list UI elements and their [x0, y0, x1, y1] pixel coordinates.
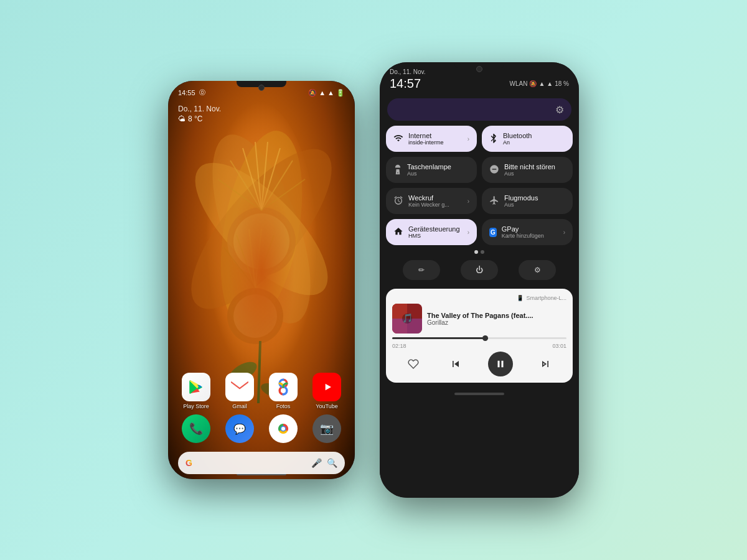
app-chrome[interactable]: [269, 414, 298, 443]
settings-button[interactable]: ⚙: [519, 260, 556, 280]
airplane-icon: [489, 195, 499, 207]
weather-icon: 🌤: [178, 114, 186, 123]
next-button[interactable]: [535, 354, 555, 374]
media-progress-bar[interactable]: [392, 337, 566, 339]
edit-button[interactable]: ✏: [403, 260, 440, 280]
bottom-action-buttons: ✏ ⏻ ⚙: [380, 256, 579, 284]
geratesteuerung-label: Gerätesteuerung: [408, 225, 463, 233]
taschenlampe-sub: Aus: [407, 170, 469, 177]
time-total: 03:01: [552, 343, 566, 349]
tile-taschenlampe[interactable]: Taschenlampe Aus: [386, 157, 477, 183]
shade-mute-icon: 🔕: [529, 80, 537, 87]
lens-icon[interactable]: 🔍: [327, 458, 337, 468]
flashlight-icon: [393, 164, 402, 177]
media-text-info: The Valley of The Pagans (feat.... Goril…: [427, 312, 566, 326]
tile-dnd[interactable]: Bitte nicht stören Aus: [482, 157, 573, 183]
alarm-icon: [393, 195, 403, 207]
playstore-label: Play Store: [183, 403, 209, 409]
wifi-icon: ▲: [319, 89, 326, 96]
oneplus-icon: ⓪: [199, 88, 205, 97]
pause-button[interactable]: [488, 352, 513, 376]
app-camera[interactable]: 📷: [312, 414, 341, 443]
shade-time: 14:57: [390, 77, 421, 91]
app-dock: Play Store Gmail: [168, 373, 355, 448]
bluetooth-label: Bluetooth: [503, 132, 565, 139]
flugmodus-tile-text: Flugmodus Aus: [504, 194, 565, 208]
power-off-button[interactable]: ⏻: [461, 260, 498, 280]
date-weather-widget: Do., 11. Nov. 🌤 8 °C: [168, 100, 355, 128]
svg-line-20: [224, 248, 255, 288]
google-search-bar[interactable]: G 🎤 🔍: [178, 452, 345, 474]
internet-sub: inside-interme: [408, 139, 463, 146]
tile-internet[interactable]: Internet inside-interme ›: [386, 126, 477, 152]
svg-point-4: [227, 207, 296, 276]
svg-point-15: [233, 294, 277, 338]
heart-button[interactable]: [403, 354, 423, 374]
gmail-icon: [225, 373, 254, 401]
youtube-label: YouTube: [316, 403, 337, 409]
geratesteuerung-arrow: ›: [467, 229, 469, 236]
google-logo: G: [186, 458, 192, 468]
page-dots: [380, 245, 579, 256]
shade-status-icons: WLAN 🔕 ▲ ▲ 18 %: [509, 80, 569, 87]
home-control-icon: [393, 226, 403, 238]
media-time-display: 02:18 03:01: [392, 343, 566, 349]
internet-tile-text: Internet inside-interme: [408, 132, 463, 146]
dnd-label: Bitte nicht stören: [504, 163, 565, 170]
svg-line-11: [261, 161, 293, 210]
weckruf-label: Weckruf: [408, 194, 463, 202]
tile-bluetooth[interactable]: Bluetooth An: [482, 126, 573, 152]
messages-icon: 💬: [225, 414, 254, 443]
gear-icon: ⚙: [534, 266, 541, 274]
prev-button[interactable]: [446, 354, 466, 374]
app-messages[interactable]: 💬: [225, 414, 254, 443]
shade-wifi-icon: ▲: [538, 80, 545, 87]
chrome-icon: [269, 414, 298, 443]
date-display: Do., 11. Nov.: [178, 105, 345, 113]
camera-icon: 📷: [312, 414, 341, 443]
internet-arrow: ›: [467, 136, 469, 142]
tile-weckruf[interactable]: Weckruf Kein Wecker g... ›: [386, 188, 477, 214]
weather-display: 🌤 8 °C: [178, 114, 345, 123]
settings-icon[interactable]: ⚙: [555, 104, 564, 116]
svg-text:🎵: 🎵: [402, 313, 413, 324]
svg-line-8: [243, 148, 261, 210]
pencil-icon: ✏: [418, 266, 425, 274]
album-art: 🎵: [392, 304, 422, 334]
tile-flugmodus[interactable]: Flugmodus Aus: [482, 188, 573, 214]
geratesteuerung-sub: HMS: [408, 233, 463, 239]
svg-line-7: [261, 142, 268, 210]
app-gmail[interactable]: Gmail: [225, 373, 254, 409]
shade-nav-pill: [454, 393, 504, 395]
app-phone[interactable]: 📞: [182, 414, 210, 443]
media-controls: [392, 352, 566, 376]
device-name: Smartphone-L...: [526, 295, 566, 301]
svg-line-9: [261, 148, 280, 210]
app-youtube[interactable]: YouTube: [312, 373, 341, 409]
weckruf-tile-text: Weckruf Kein Wecker g...: [408, 194, 463, 208]
apps-row-main: Play Store Gmail: [174, 373, 349, 409]
gpay-label: GPay: [502, 225, 558, 233]
media-info-row: 🎵 The Valley of The Pagans (feat.... Gor…: [392, 304, 566, 334]
signal-icon: ▲: [327, 89, 334, 96]
media-artist: Gorillaz: [427, 319, 566, 326]
bluetooth-sub: An: [503, 139, 565, 146]
dot-1: [474, 250, 478, 254]
gpay-arrow: ›: [563, 229, 565, 236]
tile-gpay[interactable]: G GPay Karte hinzufügen ›: [482, 219, 573, 245]
svg-line-10: [230, 161, 261, 210]
svg-point-30: [281, 427, 285, 431]
app-playstore[interactable]: Play Store: [182, 373, 210, 409]
youtube-icon: [312, 373, 341, 401]
bluetooth-tile-text: Bluetooth An: [503, 132, 565, 146]
app-photos[interactable]: Fotos: [269, 373, 298, 409]
svg-line-12: [218, 179, 261, 210]
media-progress-fill: [392, 337, 488, 339]
svg-line-18: [237, 235, 255, 288]
svg-point-14: [227, 288, 283, 344]
mic-icon[interactable]: 🎤: [311, 458, 322, 468]
tile-geratesteuerung[interactable]: Gerätesteuerung HMS ›: [386, 219, 477, 245]
time-display: 14:55: [178, 89, 195, 96]
shade-search-bar[interactable]: ⚙: [387, 98, 571, 121]
weckruf-arrow: ›: [467, 198, 469, 205]
